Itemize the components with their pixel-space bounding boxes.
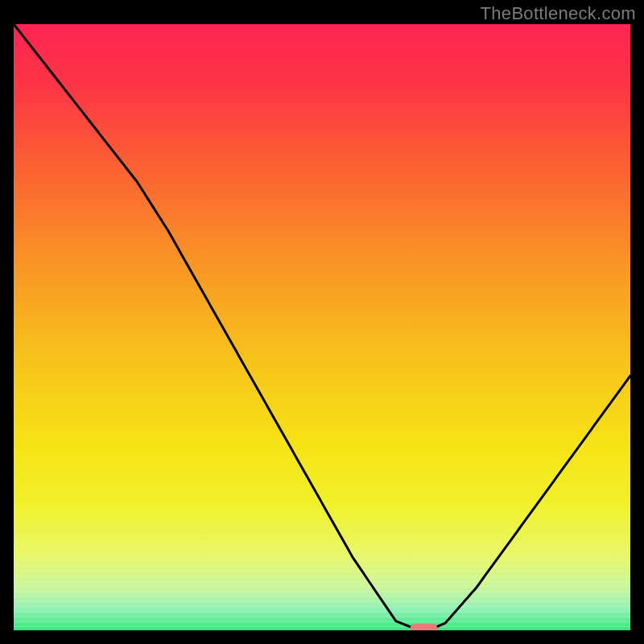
svg-rect-21 bbox=[14, 615, 630, 617]
svg-rect-13 bbox=[14, 575, 630, 577]
svg-rect-1 bbox=[14, 514, 630, 517]
chart-frame: TheBottleneck.com bbox=[0, 0, 644, 644]
svg-rect-17 bbox=[14, 595, 630, 597]
svg-rect-18 bbox=[14, 600, 630, 602]
svg-rect-15 bbox=[14, 585, 630, 588]
watermark-text: TheBottleneck.com bbox=[481, 3, 636, 24]
svg-rect-23 bbox=[14, 625, 630, 628]
svg-rect-11 bbox=[14, 564, 630, 567]
svg-rect-7 bbox=[14, 544, 630, 547]
optimal-point-marker bbox=[410, 624, 437, 630]
svg-rect-16 bbox=[14, 590, 630, 592]
svg-rect-4 bbox=[14, 530, 630, 532]
svg-rect-14 bbox=[14, 580, 630, 582]
svg-rect-10 bbox=[14, 559, 630, 562]
svg-rect-6 bbox=[14, 539, 630, 542]
svg-rect-0 bbox=[14, 509, 630, 511]
bottleneck-chart bbox=[14, 24, 630, 630]
svg-rect-5 bbox=[14, 535, 630, 537]
svg-rect-9 bbox=[14, 555, 630, 557]
svg-rect-22 bbox=[14, 620, 630, 622]
svg-rect-12 bbox=[14, 570, 630, 572]
svg-rect-20 bbox=[14, 610, 630, 613]
plot-area bbox=[14, 24, 630, 630]
svg-rect-2 bbox=[14, 519, 630, 522]
svg-rect-3 bbox=[14, 524, 630, 526]
svg-rect-8 bbox=[14, 550, 630, 552]
svg-rect-19 bbox=[14, 605, 630, 608]
